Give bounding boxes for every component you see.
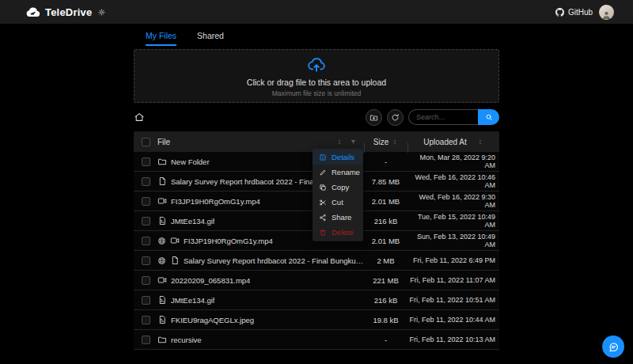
file-uploaded-at: Fri, Feb 11, 2022 10:13 AM <box>407 336 499 343</box>
sync-icon <box>391 113 400 122</box>
file-uploaded-at: Wed, Feb 16, 2022 9:30 AM <box>407 193 499 209</box>
globe-shared-icon <box>157 256 166 265</box>
table-row[interactable]: JMtEe134.gif 216 kB Fri, Feb 11, 2022 10… <box>134 290 499 310</box>
github-label: GitHub <box>568 8 593 17</box>
scissors-icon <box>319 199 327 207</box>
table-row[interactable]: Salary Survey Report hrdbacot 2022 - Fin… <box>134 251 499 271</box>
context-menu-details-label: Details <box>332 153 354 161</box>
sort-icon[interactable] <box>477 138 483 146</box>
context-menu-details[interactable]: Details <box>313 150 363 165</box>
home-icon[interactable] <box>134 112 145 123</box>
document-icon <box>170 256 180 265</box>
avatar[interactable] <box>599 5 614 20</box>
edit-icon <box>319 169 327 176</box>
file-size: 7.85 MB <box>364 177 407 186</box>
filter-icon[interactable] <box>350 138 357 146</box>
brand-name: TeleDrive <box>45 6 92 18</box>
file-name[interactable]: FKIEU9ragAQEGLx.jpeg <box>171 316 254 324</box>
table-row[interactable]: recursive - Fri, Feb 11, 2022 10:13 AM <box>134 330 499 350</box>
context-menu-delete[interactable]: Delete <box>313 225 363 240</box>
row-checkbox[interactable] <box>142 157 150 166</box>
file-uploaded-at: Sun, Feb 13, 2022 10:49 AM <box>407 233 499 248</box>
file-size: 2 MB <box>364 256 407 265</box>
brand[interactable]: TeleDrive <box>25 5 105 20</box>
trash-icon <box>319 229 327 237</box>
context-menu-cut-label: Cut <box>332 198 343 207</box>
file-uploaded-at: Fri, Feb 11, 2022 10:51 AM <box>407 296 499 304</box>
refresh-button[interactable] <box>387 109 404 126</box>
upload-dropzone[interactable]: Click or drag file to this area to uploa… <box>134 49 499 103</box>
folder-icon <box>157 335 167 344</box>
search-icon <box>485 113 493 121</box>
file-name[interactable]: New Folder <box>171 157 210 166</box>
file-uploaded-at: Wed, Feb 16, 2022 10:46 AM <box>407 173 499 189</box>
file-name[interactable]: recursive <box>171 336 202 344</box>
copy-icon <box>319 184 327 191</box>
row-checkbox[interactable] <box>142 177 150 186</box>
toolbar-right <box>366 109 499 126</box>
info-icon <box>319 154 327 161</box>
file-size: 216 kB <box>364 217 407 226</box>
file-size: 19.8 kB <box>364 316 407 324</box>
context-menu-share[interactable]: Share <box>313 210 363 225</box>
column-size: Size <box>373 138 389 146</box>
row-checkbox[interactable] <box>142 217 150 226</box>
file-size: - <box>364 157 407 166</box>
row-checkbox[interactable] <box>142 316 150 324</box>
context-menu-rename[interactable]: Rename <box>313 165 363 180</box>
table-row[interactable]: FKIEU9ragAQEGLx.jpeg 19.8 kB Fri, Feb 11… <box>134 310 499 330</box>
tab-bar: My Files Shared <box>134 24 499 46</box>
row-checkbox[interactable] <box>142 256 150 265</box>
context-menu: Details Rename Copy Cut Share Delete <box>313 148 363 241</box>
image-icon <box>157 315 167 324</box>
image-icon <box>157 295 167 305</box>
search-button[interactable] <box>478 109 499 125</box>
teledrive-logo-icon <box>25 5 40 20</box>
context-menu-copy-label: Copy <box>332 183 349 191</box>
context-menu-cut[interactable]: Cut <box>313 195 363 210</box>
row-checkbox[interactable] <box>142 296 150 305</box>
sort-icon[interactable] <box>336 138 343 146</box>
file-size: 221 MB <box>364 276 407 285</box>
row-checkbox[interactable] <box>142 197 150 206</box>
file-uploaded-at: Fri, Feb 11, 2022 6:49 PM <box>407 256 499 264</box>
top-navbar: TeleDrive GitHub <box>0 0 633 24</box>
context-menu-delete-label: Delete <box>332 228 353 237</box>
file-uploaded-at: Fri, Feb 11, 2022 10:44 AM <box>407 316 499 324</box>
document-icon <box>157 176 167 186</box>
new-folder-button[interactable] <box>366 109 382 126</box>
file-name[interactable]: JMtEe134.gif <box>171 217 214 226</box>
file-name[interactable]: JMtEe134.gif <box>171 296 214 305</box>
row-checkbox[interactable] <box>142 276 150 285</box>
share-icon <box>319 214 327 222</box>
file-name[interactable]: FI3JP19H0RgOmG1y.mp4 <box>171 197 260 206</box>
video-icon <box>157 275 167 285</box>
row-checkbox[interactable] <box>142 237 150 245</box>
github-link[interactable]: GitHub <box>555 8 593 17</box>
file-name[interactable]: 20220209_065831.mp4 <box>171 276 250 285</box>
file-size: 2.01 MB <box>364 197 407 206</box>
tab-my-files[interactable]: My Files <box>146 31 176 46</box>
table-row[interactable]: 20220209_065831.mp4 221 MB Fri, Feb 11, … <box>134 271 499 290</box>
column-uploaded-at: Uploaded At <box>423 138 467 146</box>
search-input[interactable] <box>408 109 478 125</box>
upload-title: Click or drag file to this area to uploa… <box>247 78 386 87</box>
search-bar <box>408 109 499 125</box>
video-icon <box>170 236 180 245</box>
tab-shared[interactable]: Shared <box>197 31 224 46</box>
file-uploaded-at: Mon, Mar 28, 2022 9:20 AM <box>407 154 499 169</box>
file-size: - <box>364 336 407 344</box>
chat-button[interactable] <box>602 336 624 358</box>
gear-icon[interactable] <box>98 9 105 16</box>
select-all-checkbox[interactable] <box>142 138 150 146</box>
row-checkbox[interactable] <box>142 336 150 344</box>
file-uploaded-at: Fri, Feb 11, 2022 11:07 AM <box>407 276 499 284</box>
sort-icon[interactable] <box>392 138 398 146</box>
file-name[interactable]: Salary Survey Report hrdbacot 2022 - Fin… <box>184 256 364 265</box>
context-menu-copy[interactable]: Copy <box>313 180 363 195</box>
github-icon <box>555 8 564 17</box>
chat-icon <box>608 341 620 353</box>
globe-shared-icon <box>157 237 166 245</box>
file-name[interactable]: FI3JP19H0RgOmG1y.mp4 <box>184 237 273 245</box>
context-menu-share-label: Share <box>332 213 351 222</box>
